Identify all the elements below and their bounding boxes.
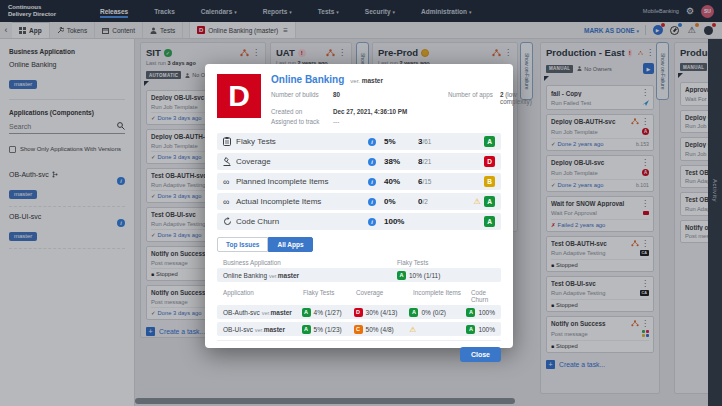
grade-badge: A xyxy=(466,308,475,317)
business-app-row[interactable]: Online Banking ver.master A10% (1/11) xyxy=(217,268,501,282)
grade-badge: A xyxy=(484,216,495,227)
info-icon[interactable]: i xyxy=(368,218,376,226)
grade-badge: D xyxy=(354,308,363,317)
field-label: Number of apps xyxy=(448,91,500,105)
code-churn-icon xyxy=(223,217,236,226)
grade-badge: A xyxy=(484,136,495,147)
field-label: Created on xyxy=(271,108,333,115)
info-icon[interactable]: i xyxy=(368,178,376,186)
field-value: Dec 27, 2021, 4:36:10 PM xyxy=(333,108,448,115)
grade-badge: B xyxy=(484,176,495,187)
warning-icon: ⚠ xyxy=(409,325,416,334)
modal-app-title[interactable]: Online Banking xyxy=(271,74,344,85)
application-row[interactable]: OB-UI-svc ver.master A5% (1/23) C50% (4/… xyxy=(217,322,501,336)
field-label: Assigned to track xyxy=(271,118,333,125)
field-value: 2 (low complexity) xyxy=(500,91,532,105)
field-value: 80 xyxy=(333,91,448,105)
grade-badge: A xyxy=(397,271,406,280)
grade-badge: A xyxy=(302,325,311,334)
all-apps-button[interactable]: All Apps xyxy=(268,237,312,252)
grade-badge: D xyxy=(484,156,495,167)
infinity-icon: ∞ xyxy=(223,177,236,187)
info-icon[interactable]: i xyxy=(368,158,376,166)
grade-badge: C xyxy=(354,325,363,334)
grade-badge: A xyxy=(409,308,418,317)
clipboard-icon xyxy=(223,137,236,146)
business-app-metrics-modal: D Online Banking ver. master Number of b… xyxy=(205,64,513,348)
cdd-app: Continuous Delivery Director Releases Tr… xyxy=(0,0,722,406)
metric-row-flaky-tests: Flaky Tests i 5% 3/61 A xyxy=(217,133,501,150)
field-value: --- xyxy=(333,118,448,125)
application-row[interactable]: OB-Auth-svc ver.master A4% (1/27) D30% (… xyxy=(217,305,501,319)
modal-version: ver. master xyxy=(350,77,383,84)
microscope-icon xyxy=(223,157,236,166)
metric-row-coverage: Coverage i 38% 8/21 D xyxy=(217,153,501,170)
field-label: Number of builds xyxy=(271,91,333,105)
grade-badge: A xyxy=(484,196,495,207)
warning-icon: ⚠ xyxy=(470,197,484,206)
metric-row-code-churn: Code Churn i 100% A xyxy=(217,213,501,230)
applications-table: Application Flaky Tests Coverage Incompl… xyxy=(217,289,501,336)
info-icon[interactable]: i xyxy=(368,198,376,206)
metric-row-planned-incomplete: ∞ Planned Incomplete Items i 40% 6/15 B xyxy=(217,173,501,190)
grade-badge: A xyxy=(466,325,475,334)
info-icon[interactable]: i xyxy=(368,138,376,146)
grade-badge: A xyxy=(302,308,311,317)
app-logo-tile: D xyxy=(217,74,261,118)
metrics-list: Flaky Tests i 5% 3/61 A Coverage i 38% 8… xyxy=(217,133,501,230)
infinity-icon: ∞ xyxy=(223,197,236,207)
metric-row-actual-incomplete: ∞ Actual Incomplete Items i 0% 0/2 ⚠ A xyxy=(217,193,501,210)
business-app-table: Business Application Flaky Tests Online … xyxy=(217,259,501,282)
top-issues-button[interactable]: Top Issues xyxy=(217,237,268,252)
view-switcher: Top Issues All Apps xyxy=(217,237,501,252)
close-button[interactable]: Close xyxy=(460,347,501,362)
